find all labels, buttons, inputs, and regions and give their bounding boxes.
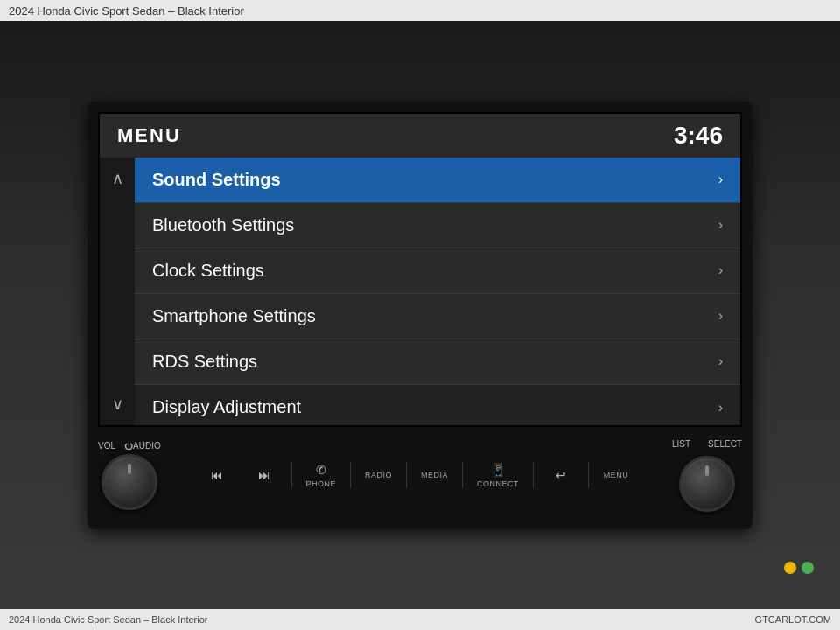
bottom-bar: 2024 Honda Civic Sport Sedan – Black Int… xyxy=(0,609,840,630)
scroll-up-arrow[interactable]: ∧ xyxy=(100,162,135,195)
bluetooth-settings-chevron: › xyxy=(718,217,723,233)
phone-label: PHONE xyxy=(306,480,337,488)
green-light xyxy=(802,562,814,574)
bluetooth-settings-label: Bluetooth Settings xyxy=(152,215,294,235)
audio-label: ⏻AUDIO xyxy=(124,441,161,451)
connect-button[interactable]: 📱 CONNECT xyxy=(468,458,528,494)
infotainment-screen: MENU 3:46 ∧ ∨ Sound Settings › xyxy=(98,112,742,427)
nav-arrows-panel: ∧ ∨ xyxy=(100,158,135,425)
vol-labels: VOL ⏻AUDIO xyxy=(98,441,161,451)
clock-settings-chevron: › xyxy=(718,262,723,278)
back-icon: ↩ xyxy=(556,468,566,482)
vol-knob[interactable] xyxy=(102,454,158,510)
display-adjustment-label: Display Adjustment xyxy=(152,397,301,417)
select-label: SELECT xyxy=(708,439,742,449)
screen-header: MENU 3:46 xyxy=(100,114,740,158)
menu-button[interactable]: MENU xyxy=(594,466,638,485)
prev-button[interactable]: ⏮ xyxy=(195,463,239,487)
car-interior: MENU 3:46 ∧ ∨ Sound Settings › xyxy=(0,21,840,609)
bottom-buttons-strip: ⏮ ⏭ ✆ PHONE RADIO MEDIA xyxy=(186,451,648,500)
menu-item-bluetooth-settings[interactable]: Bluetooth Settings › xyxy=(135,203,740,248)
rds-settings-chevron: › xyxy=(718,354,723,369)
infotainment-unit: MENU 3:46 ∧ ∨ Sound Settings › xyxy=(88,102,752,529)
separator-3 xyxy=(406,462,407,488)
clock-display: 3:46 xyxy=(674,122,723,150)
select-knob-area: LIST SELECT xyxy=(672,439,742,512)
menu-items-list: Sound Settings › Bluetooth Settings › Cl… xyxy=(135,158,740,425)
separator-1 xyxy=(291,462,292,488)
page-title: 2024 Honda Civic Sport Sedan – Black Int… xyxy=(9,4,244,18)
page-title-bar: 2024 Honda Civic Sport Sedan – Black Int… xyxy=(0,0,840,21)
vol-knob-area: VOL ⏻AUDIO xyxy=(98,441,161,510)
corner-lights xyxy=(784,562,814,574)
menu-title: MENU xyxy=(117,124,181,147)
watermark: GTCARLOT.COM xyxy=(755,614,831,625)
select-knob[interactable] xyxy=(679,456,735,512)
radio-button[interactable]: RADIO xyxy=(356,466,401,485)
clock-settings-label: Clock Settings xyxy=(152,261,264,281)
menu-item-rds-settings[interactable]: RDS Settings › xyxy=(135,340,740,385)
right-labels: LIST SELECT xyxy=(672,439,742,452)
vol-label: VOL xyxy=(98,441,116,451)
list-label: LIST xyxy=(672,439,690,449)
screen-content: ∧ ∨ Sound Settings › Bluetooth Settings … xyxy=(100,158,740,425)
sound-settings-chevron: › xyxy=(718,172,723,187)
menu-item-clock-settings[interactable]: Clock Settings › xyxy=(135,248,740,294)
media-label: MEDIA xyxy=(421,471,448,480)
prev-icon: ⏮ xyxy=(211,468,223,482)
separator-2 xyxy=(350,462,351,488)
scroll-down-arrow[interactable]: ∨ xyxy=(100,388,135,421)
smartphone-settings-chevron: › xyxy=(718,308,723,324)
yellow-light xyxy=(784,562,796,574)
controls-row: VOL ⏻AUDIO ⏮ ⏭ ✆ PHONE xyxy=(98,432,742,519)
separator-5 xyxy=(533,462,534,488)
radio-label: RADIO xyxy=(365,471,392,480)
next-button[interactable]: ⏭ xyxy=(242,463,286,487)
phone-icon: ✆ xyxy=(316,463,326,477)
menu-item-display-adjustment[interactable]: Display Adjustment › xyxy=(135,385,740,427)
smartphone-settings-label: Smartphone Settings xyxy=(152,306,316,326)
separator-4 xyxy=(462,462,463,488)
separator-6 xyxy=(588,462,589,488)
next-icon: ⏭ xyxy=(258,468,270,482)
connect-icon: 📱 xyxy=(491,463,506,477)
phone-button[interactable]: ✆ PHONE xyxy=(298,458,346,494)
bottom-title: 2024 Honda Civic Sport Sedan – Black Int… xyxy=(9,614,207,625)
display-adjustment-chevron: › xyxy=(718,400,723,416)
rds-settings-label: RDS Settings xyxy=(152,352,257,372)
media-nav-buttons: ⏮ ⏭ xyxy=(195,463,286,487)
menu-item-smartphone-settings[interactable]: Smartphone Settings › xyxy=(135,294,740,340)
menu-item-sound-settings[interactable]: Sound Settings › xyxy=(135,158,740,203)
menu-button-label: MENU xyxy=(604,471,629,480)
media-button[interactable]: MEDIA xyxy=(412,466,457,485)
connect-label: CONNECT xyxy=(477,480,519,488)
sound-settings-label: Sound Settings xyxy=(152,170,281,190)
back-button[interactable]: ↩ xyxy=(539,463,583,487)
